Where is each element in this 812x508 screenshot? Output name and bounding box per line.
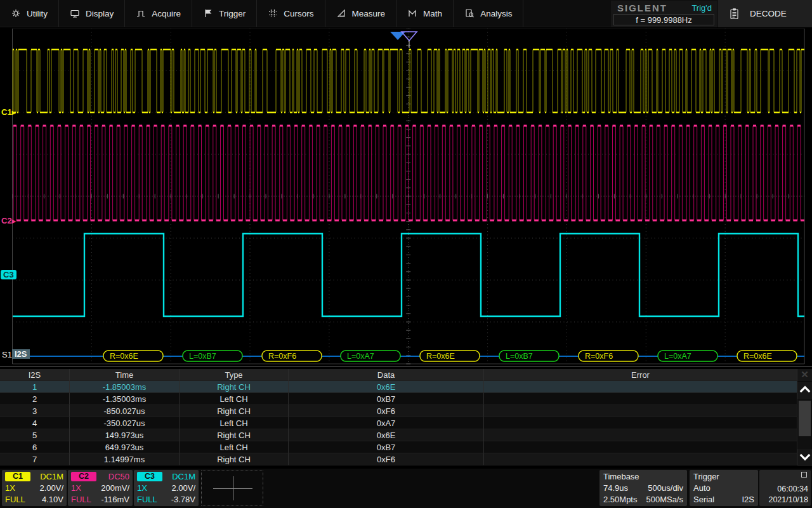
svg-text:L=0xA7: L=0xA7 xyxy=(664,352,691,361)
channel2-arrow-icon: ▶ xyxy=(12,218,16,224)
table-row[interactable]: 4 -350.027us Left CH 0xA7 xyxy=(0,417,797,429)
table-row[interactable]: 5 149.973us Right CH 0x6E xyxy=(0,429,797,441)
header-data: Data xyxy=(289,369,484,381)
siglent-logo: SIGLENT xyxy=(617,3,667,13)
math-icon xyxy=(407,8,417,18)
waveform-display[interactable]: R=0x6EL=0xB7R=0xF6L=0xA7R=0x6EL=0xB7R=0x… xyxy=(0,27,812,366)
cursors-icon xyxy=(268,8,278,18)
oscilloscope-screen: Utility Display Acquire Trigger Cursors … xyxy=(0,0,812,508)
acquire-icon xyxy=(136,8,146,18)
clock-date: 2021/10/18 xyxy=(759,495,808,505)
header-error: Error xyxy=(484,369,797,381)
chevron-down-icon xyxy=(799,452,811,464)
channel1-badge: C1 xyxy=(5,472,30,481)
menu-cursors-label: Cursors xyxy=(284,9,313,18)
svg-text:R=0xF6: R=0xF6 xyxy=(268,352,296,361)
table-row[interactable]: 6 649.973us Left CH 0xB7 xyxy=(0,441,797,453)
scrollbar-thumb[interactable] xyxy=(799,401,811,436)
decode-result-table: I2S Time Type Data Error 1 -1.85003ms Ri… xyxy=(0,369,797,465)
menu-measure[interactable]: Measure xyxy=(325,0,397,27)
svg-text:R=0xF6: R=0xF6 xyxy=(585,352,613,361)
menu-acquire-label: Acquire xyxy=(152,9,181,18)
decode-menu-button[interactable]: DECODE xyxy=(717,0,812,27)
menu-utility-label: Utility xyxy=(27,9,48,18)
channel1-arrow-icon: ▶ xyxy=(12,110,16,116)
svg-text:R=0x6E: R=0x6E xyxy=(110,352,138,361)
scrollbar-track[interactable] xyxy=(798,399,811,449)
gear-icon xyxy=(11,8,21,18)
frequency-counter: f = 999.9988Hz xyxy=(613,14,714,25)
table-row[interactable]: 7 1.14997ms Right CH 0xF6 xyxy=(0,453,797,465)
menu-analysis[interactable]: Analysis xyxy=(454,0,523,27)
serial-bus-s1-label[interactable]: S1 xyxy=(2,350,12,359)
channel1-descriptor[interactable]: C1DC1M 1X2.00V/ FULL4.10V xyxy=(2,470,67,506)
timebase-descriptor[interactable]: Timebase 74.9us500us/div 2.50Mpts500MSa/… xyxy=(599,470,687,506)
menu-math[interactable]: Math xyxy=(396,0,454,27)
decode-list-icon xyxy=(729,8,740,20)
menu-display[interactable]: Display xyxy=(59,0,125,27)
menu-math-label: Math xyxy=(423,9,442,18)
clock-time: 06:00:34 xyxy=(759,484,808,495)
plot-table-divider xyxy=(0,366,812,367)
menu-trigger-label: Trigger xyxy=(219,9,246,18)
channel3-badge: C3 xyxy=(137,472,162,481)
header-i2s: I2S xyxy=(0,369,70,381)
menu-utility[interactable]: Utility xyxy=(0,0,59,27)
trigger-status: Trig'd xyxy=(691,3,712,13)
chevron-up-icon xyxy=(799,385,811,396)
channel2-descriptor[interactable]: C2DC50 1X200mV/ FULL-116mV xyxy=(68,470,133,506)
channel2-position-label[interactable]: C2▶ xyxy=(1,216,16,225)
channel1-position-label[interactable]: C1▶ xyxy=(1,107,16,117)
channel2-badge: C2 xyxy=(71,472,96,481)
datetime-panel[interactable]: 06:00:34 2021/10/18 xyxy=(759,470,811,506)
svg-text:R=0x6E: R=0x6E xyxy=(426,352,455,361)
svg-text:L=0xB7: L=0xB7 xyxy=(189,352,216,361)
table-row[interactable]: 2 -1.35003ms Left CH 0xB7 xyxy=(0,393,797,405)
trigger-flag-icon xyxy=(203,8,213,18)
display-icon xyxy=(70,8,80,18)
menu-measure-label: Measure xyxy=(352,9,386,18)
scroll-up-button[interactable] xyxy=(797,382,812,399)
menu-display-label: Display xyxy=(86,9,114,18)
svg-text:L=0xA7: L=0xA7 xyxy=(347,352,374,361)
table-scrollbar: ✕ xyxy=(797,369,812,466)
table-close-button[interactable]: ✕ xyxy=(797,369,812,381)
svg-text:L=0xB7: L=0xB7 xyxy=(506,352,533,361)
math-preview-slot[interactable] xyxy=(201,471,263,505)
table-row[interactable]: 3 -850.027us Right CH 0xF6 xyxy=(0,405,797,417)
svg-text:R=0x6E: R=0x6E xyxy=(743,352,772,361)
waveform-canvas: R=0x6EL=0xB7R=0xF6L=0xA7R=0x6EL=0xB7R=0x… xyxy=(0,29,812,365)
menu-analysis-label: Analysis xyxy=(480,9,512,18)
table-row[interactable]: 1 -1.85003ms Right CH 0x6E xyxy=(0,381,797,393)
header-time: Time xyxy=(70,369,180,381)
menu-cursors[interactable]: Cursors xyxy=(257,0,325,27)
serial-bus-protocol-badge[interactable]: I2S xyxy=(12,349,30,359)
crosshair-icon xyxy=(233,476,233,500)
scroll-down-button[interactable] xyxy=(797,449,812,466)
status-bar: C1DC1M 1X2.00V/ FULL4.10V C2DC50 1X200mV… xyxy=(0,469,812,508)
header-type: Type xyxy=(180,369,289,381)
decode-label: DECODE xyxy=(750,9,787,18)
menu-acquire[interactable]: Acquire xyxy=(125,0,192,27)
analysis-icon xyxy=(464,8,475,18)
measure-icon xyxy=(336,8,346,18)
table-header-row: I2S Time Type Data Error xyxy=(0,369,797,381)
status-cluster: SIGLENT Trig'd f = 999.9988Hz xyxy=(611,1,717,27)
menu-trigger[interactable]: Trigger xyxy=(192,0,257,27)
channel3-descriptor[interactable]: C3DC1M 1X2.00V/ FULL-3.78V xyxy=(134,470,199,506)
channel3-position-label[interactable]: C3 xyxy=(1,270,16,279)
trigger-descriptor[interactable]: Trigger Auto SerialI2S xyxy=(690,470,758,506)
